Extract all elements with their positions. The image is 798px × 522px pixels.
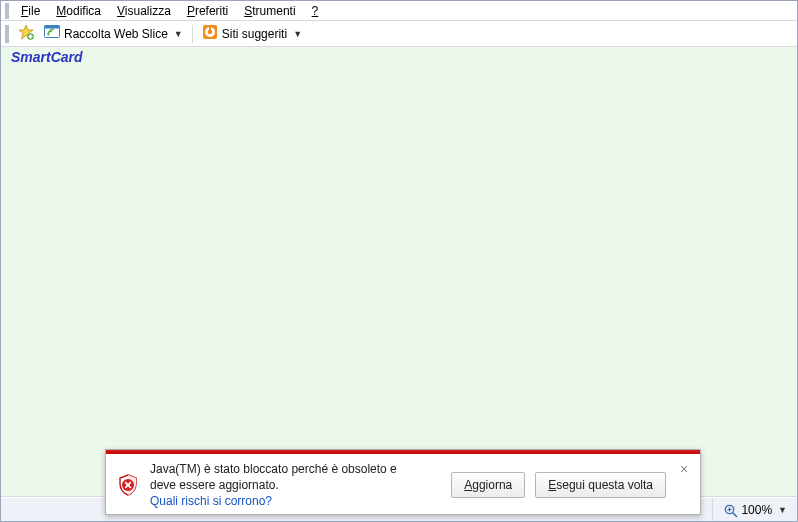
notification-bar: Java(TM) è stato bloccato perché è obsol…	[105, 449, 701, 515]
page-title: SmartCard	[11, 49, 83, 65]
menu-strumenti[interactable]: Strumenti	[236, 2, 303, 20]
run-once-button[interactable]: Esegui questa volta	[535, 472, 666, 498]
notification-risk-link[interactable]: Quali rischi si corrono?	[150, 494, 272, 508]
menu-help[interactable]: ?	[304, 2, 327, 20]
menubar-grip[interactable]	[5, 3, 9, 19]
menu-visualizza[interactable]: Visualizza	[109, 2, 179, 20]
web-slice-button[interactable]: Raccolta Web Slice ▼	[41, 23, 186, 44]
zoom-value: 100%	[741, 503, 772, 517]
suggested-sites-icon	[202, 24, 218, 43]
star-plus-icon	[18, 24, 34, 43]
update-button[interactable]: Aggiorna	[451, 472, 525, 498]
dropdown-arrow-icon: ▼	[174, 29, 183, 39]
svg-line-12	[733, 512, 737, 516]
notify-line2: deve essere aggiornato.	[150, 478, 279, 492]
zoom-control[interactable]: 100% ▼	[712, 498, 797, 521]
suggested-sites-button[interactable]: Siti suggeriti ▼	[199, 23, 305, 44]
close-icon[interactable]: ×	[676, 462, 692, 478]
svg-rect-5	[45, 26, 60, 29]
menu-file[interactable]: File	[13, 2, 48, 20]
favorites-bar: Raccolta Web Slice ▼ Siti suggeriti ▼	[1, 21, 797, 47]
svg-rect-10	[209, 27, 211, 31]
notify-line1: Java(TM) è stato bloccato perché è obsol…	[150, 462, 397, 476]
web-slice-icon	[44, 24, 60, 43]
menu-modifica[interactable]: Modifica	[48, 2, 109, 20]
svg-rect-3	[28, 36, 32, 38]
dropdown-arrow-icon: ▼	[293, 29, 302, 39]
svg-point-6	[48, 34, 50, 36]
page-content: SmartCard	[1, 47, 797, 497]
add-favorite-button[interactable]	[15, 23, 37, 44]
web-slice-label: Raccolta Web Slice	[64, 27, 168, 41]
dropdown-arrow-icon: ▼	[778, 505, 787, 515]
zoom-icon	[723, 503, 737, 517]
browser-window: File Modifica Visualizza Preferiti Strum…	[0, 0, 798, 522]
notification-text: Java(TM) è stato bloccato perché è obsol…	[150, 461, 441, 510]
toolbar-divider	[192, 25, 193, 43]
suggested-sites-label: Siti suggeriti	[222, 27, 287, 41]
shield-error-icon	[116, 473, 140, 497]
menu-preferiti[interactable]: Preferiti	[179, 2, 236, 20]
toolbar-grip[interactable]	[5, 25, 9, 43]
menu-bar: File Modifica Visualizza Preferiti Strum…	[1, 1, 797, 21]
